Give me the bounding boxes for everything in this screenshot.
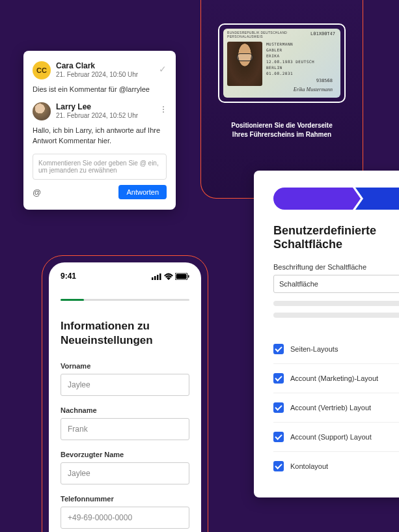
id-dob: 12.08.1983 DEUTSCH — [266, 59, 337, 64]
vorname-label: Vorname — [61, 362, 189, 370]
status-bar: 9:41 — [61, 272, 189, 281]
svg-rect-3 — [159, 273, 161, 280]
mention-icon[interactable]: @ — [33, 188, 41, 197]
progress-bar — [61, 299, 189, 301]
tel-input[interactable] — [61, 507, 189, 529]
phone-screen: 9:41 Informationen zu Neueinstellungen V… — [49, 262, 201, 532]
pref-input[interactable] — [61, 462, 189, 484]
layout-label: Kontolayout — [290, 462, 328, 470]
comment-second: Larry Lee 21. Februar 2024, 10:52 Uhr — [33, 102, 167, 120]
comment-body: Hallo, ich bin Larry, ich antworte auf I… — [33, 126, 167, 146]
layout-label: Account (Marketing)-Layout — [290, 374, 378, 382]
form-heading: Informationen zu Neueinstellungen — [61, 319, 189, 348]
custom-button-form: Benutzerdefinierte Schaltfläche Beschrif… — [254, 171, 399, 497]
checkbox-checked[interactable] — [273, 461, 284, 471]
svg-rect-1 — [154, 276, 156, 280]
comment-thread-card: CC Cara Clark 21. Februar 2024, 10:50 Uh… — [23, 51, 176, 210]
id-maiden: GABLER — [266, 48, 337, 52]
progress-fill — [61, 299, 84, 301]
id-expiry: 01.08.2031 — [266, 71, 337, 76]
layout-label: Seiten-Layouts — [290, 345, 338, 353]
layout-option[interactable]: Account (Support) Layout — [273, 423, 399, 452]
id-instruction: Positionieren Sie die Vorderseite Ihres … — [201, 121, 363, 139]
id-scan-panel: BUNDESREPUBLIK DEUTSCHLAND PERSONALAUSWE… — [200, 0, 363, 199]
progress-arrows — [273, 188, 399, 210]
form-title: Benutzerdefinierte Schaltfläche — [273, 224, 399, 251]
nachname-label: Nachname — [61, 406, 189, 414]
comment-date: 21. Februar 2024, 10:52 Uhr — [56, 112, 167, 119]
id-number: L01X00T47 — [310, 31, 335, 36]
wifi-icon — [164, 273, 173, 280]
skeleton-line — [273, 301, 399, 306]
id-surname: MUSTERMANN — [266, 42, 337, 46]
id-place: BERLIN — [266, 65, 337, 70]
layout-label: Account (Vertrieb) Layout — [290, 404, 371, 412]
comment-author: Cara Clark — [56, 61, 167, 70]
checkbox-checked[interactable] — [273, 373, 284, 384]
id-card: BUNDESREPUBLIK DEUTSCHLAND PERSONALAUSWE… — [223, 29, 340, 98]
id-signature: Erika Mustermann — [294, 87, 333, 92]
pref-label: Bevorzugter Name — [61, 451, 189, 458]
comment-first: CC Cara Clark 21. Februar 2024, 10:50 Uh… — [33, 61, 167, 79]
svg-rect-5 — [176, 273, 187, 279]
avatar-photo — [33, 102, 51, 120]
vorname-input[interactable] — [61, 374, 189, 396]
id-photo — [227, 42, 262, 86]
skeleton-line — [273, 313, 399, 318]
checkbox-checked[interactable] — [273, 402, 284, 413]
more-icon[interactable] — [160, 104, 167, 115]
tel-label: Telefonnummer — [61, 495, 189, 503]
phone-frame: 9:41 Informationen zu Neueinstellungen V… — [42, 255, 208, 532]
comment-date: 21. Februar 2024, 10:50 Uhr — [56, 71, 167, 78]
check-icon[interactable]: ✓ — [159, 64, 167, 74]
layout-option[interactable]: Account (Marketing)-Layout — [273, 364, 399, 393]
svg-rect-2 — [157, 275, 159, 280]
id-frame: BUNDESREPUBLIK DEUTSCHLAND PERSONALAUSWE… — [218, 23, 346, 103]
button-label-caption: Beschriftung der Schaltfläche — [273, 263, 399, 271]
status-time: 9:41 — [61, 272, 76, 281]
comment-body: Dies ist ein Kommentar für @larrylee — [33, 85, 167, 94]
avatar-initials: CC — [33, 61, 51, 79]
layout-label: Account (Support) Layout — [290, 433, 372, 441]
layout-option[interactable]: Kontolayout — [273, 452, 399, 481]
id-code: 938568 — [316, 78, 333, 83]
checkbox-checked[interactable] — [273, 344, 284, 354]
button-label-input[interactable] — [273, 275, 399, 293]
signal-icon — [152, 273, 162, 280]
progress-step-1[interactable] — [273, 188, 353, 210]
reply-button[interactable]: Antworten — [118, 185, 167, 199]
svg-rect-0 — [152, 277, 154, 280]
comment-author: Larry Lee — [56, 102, 167, 111]
layout-option[interactable]: Account (Vertrieb) Layout — [273, 393, 399, 423]
id-given: ERIKA — [266, 53, 337, 58]
nachname-input[interactable] — [61, 418, 189, 440]
comment-input[interactable]: Kommentieren Sie oder geben Sie @ ein, u… — [33, 154, 167, 180]
layout-option[interactable]: Seiten-Layouts — [273, 335, 399, 364]
svg-rect-6 — [188, 275, 189, 277]
progress-step-2[interactable] — [363, 188, 399, 210]
battery-icon — [175, 273, 189, 280]
checkbox-checked[interactable] — [273, 432, 284, 442]
